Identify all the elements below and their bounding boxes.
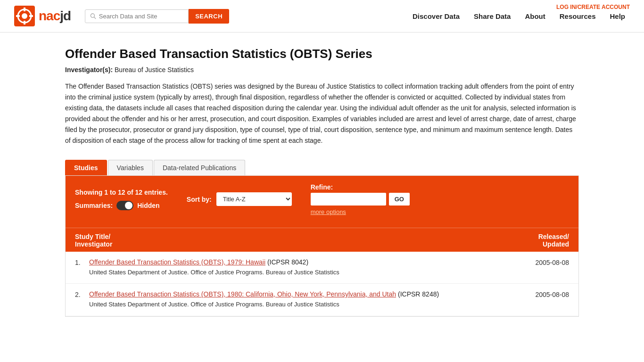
page-title: Offender Based Transaction Statistics (O… bbox=[65, 47, 579, 61]
go-button[interactable]: GO bbox=[389, 193, 410, 206]
hidden-label: Hidden bbox=[137, 202, 159, 209]
investigator-line: Investigator(s): Bureau of Justice Stati… bbox=[65, 66, 579, 74]
results-panel: Showing 1 to 12 of 12 entries. Summaries… bbox=[65, 175, 579, 317]
nav-item-about[interactable]: About bbox=[525, 12, 545, 20]
svg-rect-3 bbox=[24, 8, 25, 11]
table-header: Study Title/Investigator Released/Update… bbox=[66, 228, 578, 252]
svg-rect-5 bbox=[16, 15, 20, 17]
showing-text: Showing 1 to 12 of 12 entries. bbox=[75, 189, 168, 196]
results-header: Showing 1 to 12 of 12 entries. Summaries… bbox=[66, 176, 578, 228]
nav-item-resources[interactable]: Resources bbox=[560, 12, 596, 20]
sort-select[interactable]: Title A-Z Title Z-A Date Released Date U… bbox=[216, 192, 292, 206]
study-icpsr-text-1: (ICPSR 8042) bbox=[267, 258, 308, 266]
refine-label: Refine: bbox=[311, 183, 410, 191]
login-link[interactable]: LOG IN/CREATE ACCOUNT bbox=[556, 4, 630, 10]
search-input[interactable] bbox=[99, 13, 183, 20]
refine-row: GO bbox=[311, 193, 410, 206]
study-investigator-1: United States Department of Justice. Off… bbox=[89, 268, 522, 277]
svg-rect-4 bbox=[24, 21, 25, 25]
study-num-2: 2. bbox=[75, 291, 89, 298]
search-button[interactable]: SEARCH bbox=[189, 9, 229, 24]
investigator-label: Investigator(s): bbox=[65, 66, 113, 74]
col-date: Released/Updated bbox=[538, 233, 569, 248]
search-input-wrap bbox=[85, 9, 189, 23]
study-date-1: 2005-08-08 bbox=[522, 259, 569, 266]
tab-studies[interactable]: Studies bbox=[65, 160, 107, 175]
sort-label: Sort by: bbox=[187, 196, 212, 203]
results-top-row: Showing 1 to 12 of 12 entries. Summaries… bbox=[75, 183, 569, 215]
toggle-knob bbox=[125, 202, 132, 209]
study-investigator-2: United States Department of Justice. Off… bbox=[89, 300, 522, 309]
search-icon bbox=[90, 13, 96, 19]
investigator-name: Bureau of Justice Statistics bbox=[115, 66, 194, 74]
tabs: Studies Variables Data-related Publicati… bbox=[65, 160, 579, 175]
nav-item-help[interactable]: Help bbox=[610, 12, 625, 20]
col-title: Study Title/Investigator bbox=[75, 233, 112, 248]
refine-input[interactable] bbox=[311, 193, 386, 206]
header: nacjd SEARCH Discover Data Share Data Ab… bbox=[0, 0, 644, 33]
description-text: The Offender Based Transaction Statistic… bbox=[65, 81, 579, 147]
summaries-row: Summaries: Hidden bbox=[75, 201, 168, 210]
summaries-label: Summaries: bbox=[75, 202, 113, 209]
refine-area: Refine: GO more options bbox=[311, 183, 410, 215]
study-icpsr-2: (ICPSR 8248) bbox=[398, 290, 439, 298]
study-num-1: 1. bbox=[75, 259, 89, 266]
logo[interactable]: nacjd bbox=[14, 6, 71, 26]
study-title-link-2[interactable]: Offender Based Transaction Statistics (O… bbox=[89, 290, 396, 298]
study-info-1: Offender Based Transaction Statistics (O… bbox=[89, 258, 522, 277]
study-title-link-1[interactable]: Offender Based Transaction Statistics (O… bbox=[89, 258, 265, 266]
nav-item-share-data[interactable]: Share Data bbox=[474, 12, 511, 20]
search-area: SEARCH bbox=[85, 9, 229, 24]
nacjd-logo-icon bbox=[14, 6, 35, 26]
table-row: 1. Offender Based Transaction Statistics… bbox=[66, 252, 578, 284]
nav-item-discover-data[interactable]: Discover Data bbox=[413, 12, 460, 20]
table-row: 2. Offender Based Transaction Statistics… bbox=[66, 284, 578, 316]
tab-publications[interactable]: Data-related Publications bbox=[154, 160, 245, 175]
tab-variables[interactable]: Variables bbox=[108, 160, 153, 175]
sort-area: Sort by: Title A-Z Title Z-A Date Releas… bbox=[187, 192, 292, 206]
study-title-row-1: Offender Based Transaction Statistics (O… bbox=[89, 258, 522, 266]
study-info-2: Offender Based Transaction Statistics (O… bbox=[89, 290, 522, 309]
logo-text: nacjd bbox=[39, 8, 71, 24]
svg-rect-6 bbox=[29, 15, 33, 17]
nav-menu: Discover Data Share Data About Resources… bbox=[413, 12, 625, 20]
svg-point-2 bbox=[22, 13, 27, 19]
more-options-link[interactable]: more options bbox=[311, 208, 410, 215]
study-title-row-2: Offender Based Transaction Statistics (O… bbox=[89, 290, 522, 298]
main-content: Offender Based Transaction Statistics (O… bbox=[51, 47, 593, 317]
showing-entries: Showing 1 to 12 of 12 entries. Summaries… bbox=[75, 189, 168, 210]
toggle-summaries[interactable] bbox=[116, 201, 133, 210]
study-date-2: 2005-08-08 bbox=[522, 291, 569, 298]
svg-line-8 bbox=[94, 17, 96, 18]
